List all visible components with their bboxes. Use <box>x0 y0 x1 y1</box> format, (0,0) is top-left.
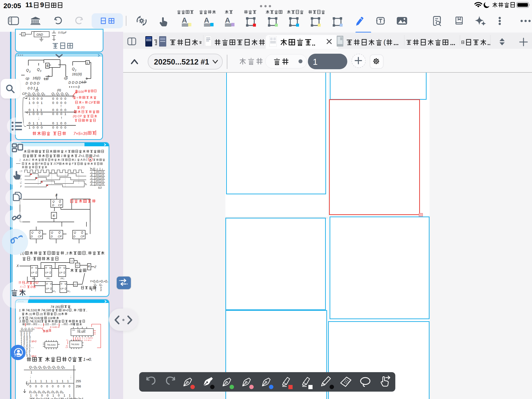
svg-text:Q̅: Q̅ <box>58 231 61 234</box>
svg-text:,3: ,3 <box>65 251 68 255</box>
svg-text:D: D <box>61 282 62 285</box>
svg-text:A: A <box>182 17 187 24</box>
svg-text:4/6: 4/6 <box>101 183 104 185</box>
svg-text:74LS161: 74LS161 <box>47 344 56 346</box>
svg-text:&: & <box>53 214 55 217</box>
svg-text:9: 9 <box>40 2 44 9</box>
svg-text:,: , <box>72 309 73 312</box>
svg-text:Q̅: Q̅ <box>65 287 66 290</box>
svg-text:Q: Q <box>51 231 53 234</box>
svg-text:0000: 0000 <box>52 108 68 112</box>
svg-text:A.B.C: A.B.C <box>23 158 31 161</box>
svg-text:74 161: 74 161 <box>50 305 61 309</box>
svg-text:1: 1 <box>61 154 63 158</box>
svg-text:Q₃: Q₃ <box>94 283 97 286</box>
svg-text:D: D <box>31 285 33 289</box>
svg-text:Q̅: Q̅ <box>81 231 83 234</box>
svg-text:3.: 3. <box>19 320 22 323</box>
svg-text:10001011: 10001011 <box>30 394 75 397</box>
svg-text:Q: Q <box>63 266 65 269</box>
svg-text:F: F <box>72 162 74 165</box>
svg-text:M=0: M=0 <box>32 340 36 343</box>
svg-text:CP: CP <box>58 235 62 238</box>
svg-text:4/1: 4/1 <box>96 183 99 185</box>
svg-text:00000000: 00000000 <box>30 385 74 388</box>
svg-text:CP: CP <box>55 162 59 165</box>
svg-text:2: 2 <box>19 158 21 162</box>
svg-text:Q̅: Q̅ <box>59 200 61 203</box>
svg-text:FF₁: FF₁ <box>47 277 50 280</box>
svg-text:2: 2 <box>75 69 76 72</box>
svg-text:1: 1 <box>22 33 24 36</box>
svg-text:D: D <box>52 204 54 207</box>
svg-text:(1): (1) <box>29 313 32 316</box>
svg-text:(II): (II) <box>81 105 85 109</box>
svg-text:Q̅: Q̅ <box>63 271 65 274</box>
svg-text:Q: Q <box>72 67 75 71</box>
svg-text:4/0: 4/0 <box>96 180 99 182</box>
svg-text:Z=1,: Z=1, <box>78 154 85 158</box>
svg-text:1: 1 <box>102 168 103 170</box>
svg-text:cp: cp <box>26 76 29 80</box>
svg-text:,: , <box>86 251 87 255</box>
svg-text:CP: CP <box>45 271 49 274</box>
svg-text:,: , <box>86 309 87 312</box>
svg-text:0001: 0001 <box>52 112 68 116</box>
svg-text:0: 0 <box>100 289 102 292</box>
svg-text:≥1: ≥1 <box>76 264 79 266</box>
svg-text:1 1: 1 1 <box>86 337 89 339</box>
svg-text:Q: Q <box>35 266 37 269</box>
svg-text:),: ), <box>74 158 76 161</box>
svg-text:(II): (II) <box>57 88 61 92</box>
svg-text:0000: 0000 <box>52 126 68 129</box>
svg-text:D: D <box>91 180 93 182</box>
svg-text:D: D <box>46 282 48 285</box>
svg-text:1: 1 <box>31 371 32 374</box>
svg-text:255: 255 <box>76 379 81 383</box>
svg-text:Q: Q <box>49 266 51 269</box>
svg-text:1000: 1000 <box>29 126 45 129</box>
svg-text:Z=0.: Z=0. <box>93 154 100 158</box>
svg-text:1000: 1000 <box>29 112 45 116</box>
svg-text:Q₃ Q₂ Q₁ Q₀: Q₃ Q₂ Q₁ Q₀ <box>51 92 69 96</box>
svg-text:CP: CP <box>38 235 42 238</box>
svg-text:6->141=6: 6->141=6 <box>50 326 60 328</box>
svg-text:Q̅: Q̅ <box>68 357 72 362</box>
svg-text:&: & <box>88 265 90 268</box>
svg-text:D: D <box>26 81 28 85</box>
svg-text:D: D <box>45 266 47 269</box>
svg-text:Q₇ Q₆ Q₅ Q₄ Q₃ Q₂ Q₁ Q₀: Q₇ Q₆ Q₅ Q₄ Q₃ Q₂ Q₁ Q₀ <box>29 365 65 369</box>
svg-text:&: & <box>46 64 49 67</box>
svg-text:CP: CP <box>31 271 34 274</box>
svg-text:A: A <box>225 17 230 24</box>
svg-text:D: D <box>31 235 33 238</box>
svg-text:0100: 0100 <box>77 90 84 94</box>
svg-text:0: 0 <box>97 168 98 170</box>
svg-text:D: D <box>59 266 61 269</box>
svg-text:(: ( <box>61 158 62 161</box>
svg-text:A₂B₂: A₂B₂ <box>77 329 81 331</box>
svg-text:JK: JK <box>25 281 29 284</box>
svg-text:V₄: V₄ <box>66 339 68 341</box>
svg-text:Z: Z <box>94 265 97 269</box>
svg-text:X: X <box>93 167 95 170</box>
svg-text:0.01μF: 0.01μF <box>58 31 67 34</box>
svg-text:0100: 0100 <box>52 121 68 125</box>
svg-text:Q: Q <box>65 282 66 285</box>
svg-text:3: 3 <box>29 70 31 73</box>
svg-text:Y=Q̅₃Q̅₄=Q̅₁+Q̅₄: Y=Q̅₃Q̅₄=Q̅₁+Q̅₄ <box>90 280 108 283</box>
svg-text:!: ! <box>61 104 62 108</box>
svg-text:Q: Q <box>31 231 33 234</box>
svg-text:D D D: D D D <box>30 81 39 85</box>
svg-text:Q̅: Q̅ <box>35 271 37 274</box>
svg-text:X: X <box>65 150 67 153</box>
svg-text:Q: Q <box>37 67 40 71</box>
svg-text:Q: Q <box>50 282 52 285</box>
svg-text:74LS85: 74LS85 <box>77 331 85 333</box>
svg-text::: : <box>31 257 32 261</box>
svg-text:M=0: M=0 <box>63 309 68 312</box>
svg-text:Q: Q <box>26 68 29 72</box>
svg-text:Q̅: Q̅ <box>50 287 52 290</box>
svg-text:74LS161: 74LS161 <box>71 343 79 346</box>
svg-text:A₁B₁: A₁B₁ <box>83 329 86 331</box>
